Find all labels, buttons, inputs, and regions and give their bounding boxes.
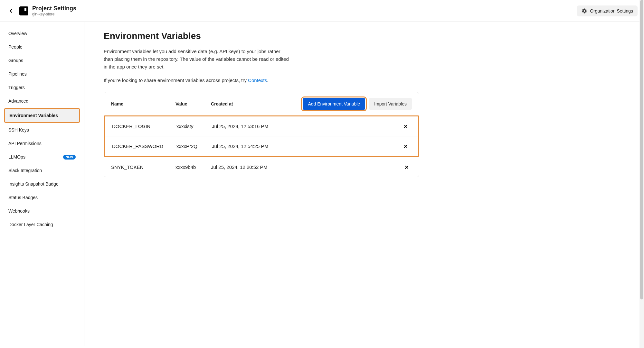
scrollbar-thumb[interactable]	[640, 0, 643, 299]
sidebar-item-label: Docker Layer Caching	[8, 222, 53, 227]
organization-settings-label: Organization Settings	[590, 8, 633, 14]
sidebar-item-people[interactable]: People	[4, 41, 80, 53]
table-actions: Add Environment Variable Import Variable…	[303, 98, 412, 110]
back-button[interactable]	[6, 6, 15, 15]
cell-name: DOCKER_LOGIN	[112, 124, 176, 129]
new-badge: NEW	[63, 155, 76, 160]
header-title-group: Project Settings gin-key-store	[32, 5, 76, 16]
contexts-link[interactable]: Contexts	[248, 78, 267, 83]
env-vars-table: Name Value Created at Add Environment Va…	[104, 92, 419, 177]
sidebar-item-label: Webhooks	[8, 208, 30, 214]
sidebar-item-label: Insights Snapshot Badge	[8, 181, 59, 187]
col-header-value: Value	[175, 101, 211, 106]
description-contexts: If you're looking to share environment v…	[104, 77, 290, 84]
sidebar-item-triggers[interactable]: Triggers	[4, 81, 80, 94]
table-header: Name Value Created at Add Environment Va…	[104, 92, 419, 115]
add-env-var-button[interactable]: Add Environment Variable	[303, 98, 365, 110]
sidebar-item-overview[interactable]: Overview	[4, 27, 80, 40]
sidebar-item-advanced[interactable]: Advanced	[4, 95, 80, 107]
sidebar-item-insights-snapshot-badge[interactable]: Insights Snapshot Badge	[4, 178, 80, 190]
cell-created: Jul 25, 2024, 12:54:25 PM	[212, 143, 270, 150]
table-row: DOCKER_LOGINxxxxistyJul 25, 2024, 12:53:…	[105, 116, 418, 136]
header: Project Settings gin-key-store Organizat…	[0, 0, 644, 22]
sidebar-item-pipelines[interactable]: Pipelines	[4, 68, 80, 80]
description-prefix: If you're looking to share environment v…	[104, 78, 248, 83]
project-icon	[19, 6, 28, 15]
sidebar-item-label: API Permissions	[8, 141, 42, 146]
sidebar: OverviewPeopleGroupsPipelinesTriggersAdv…	[0, 22, 84, 346]
page-body: OverviewPeopleGroupsPipelinesTriggersAdv…	[0, 22, 644, 346]
sidebar-item-api-permissions[interactable]: API Permissions	[4, 137, 80, 150]
table-row: DOCKER_PASSWORDxxxxPr2QJul 25, 2024, 12:…	[105, 136, 418, 156]
cell-value: xxxxPr2Q	[176, 143, 212, 149]
delete-button[interactable]	[402, 143, 409, 150]
sidebar-item-label: Environment Variables	[9, 113, 58, 118]
sidebar-item-label: Groups	[8, 58, 23, 63]
sidebar-item-groups[interactable]: Groups	[4, 54, 80, 67]
cell-actions	[403, 164, 412, 170]
sidebar-item-label: Advanced	[8, 98, 28, 104]
table-row: SNYK_TOKENxxxx9b4bJul 25, 2024, 12:20:52…	[104, 157, 419, 177]
cell-value: xxxx9b4b	[175, 164, 211, 170]
sidebar-item-label: Triggers	[8, 85, 25, 90]
import-vars-button[interactable]: Import Variables	[369, 98, 412, 110]
sidebar-item-ssh-keys[interactable]: SSH Keys	[4, 124, 80, 136]
page-title: Project Settings	[32, 5, 76, 12]
sidebar-item-label: LLMOps	[8, 154, 25, 160]
delete-button[interactable]	[403, 164, 410, 170]
sidebar-item-label: People	[8, 44, 23, 50]
sidebar-item-label: Pipelines	[8, 71, 27, 77]
close-icon	[404, 165, 409, 170]
cell-actions	[402, 143, 411, 150]
highlighted-rows: DOCKER_LOGINxxxxistyJul 25, 2024, 12:53:…	[104, 115, 419, 157]
description-suffix: .	[267, 78, 268, 83]
page-heading: Environment Variables	[104, 31, 419, 41]
close-icon	[403, 124, 408, 129]
main-content: Environment Variables Environment variab…	[84, 22, 439, 346]
chevron-left-icon	[8, 8, 14, 14]
sidebar-item-llmops[interactable]: LLMOpsNEW	[4, 151, 80, 163]
sidebar-item-label: Overview	[8, 31, 27, 36]
cell-name: DOCKER_PASSWORD	[112, 143, 176, 149]
description-text: Environment variables let you add sensit…	[104, 48, 290, 71]
col-header-created: Created at	[211, 101, 269, 106]
sidebar-item-webhooks[interactable]: Webhooks	[4, 205, 80, 217]
sidebar-item-label: SSH Keys	[8, 127, 29, 133]
scrollbar-track[interactable]	[639, 0, 644, 346]
cell-actions	[402, 123, 411, 130]
organization-settings-button[interactable]: Organization Settings	[577, 5, 638, 16]
gear-icon	[582, 8, 587, 14]
cell-created: Jul 25, 2024, 12:53:16 PM	[212, 123, 270, 130]
header-left: Project Settings gin-key-store	[6, 5, 76, 16]
sidebar-item-label: Status Badges	[8, 195, 38, 200]
cell-name: SNYK_TOKEN	[111, 164, 175, 170]
sidebar-item-docker-layer-caching[interactable]: Docker Layer Caching	[4, 218, 80, 231]
close-icon	[403, 144, 408, 149]
delete-button[interactable]	[402, 123, 409, 130]
cell-created: Jul 25, 2024, 12:20:52 PM	[211, 164, 269, 170]
project-name: gin-key-store	[32, 12, 76, 16]
sidebar-item-environment-variables[interactable]: Environment Variables	[4, 108, 80, 123]
col-header-name: Name	[111, 101, 175, 106]
sidebar-item-status-badges[interactable]: Status Badges	[4, 191, 80, 204]
sidebar-item-slack-integration[interactable]: Slack Integration	[4, 164, 80, 177]
sidebar-item-label: Slack Integration	[8, 168, 42, 173]
cell-value: xxxxisty	[176, 124, 212, 129]
